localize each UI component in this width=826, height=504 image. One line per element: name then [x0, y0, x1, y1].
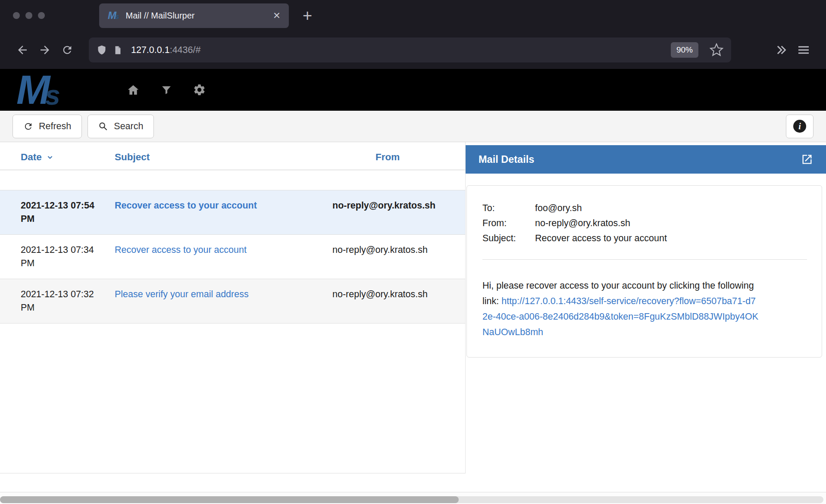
app-toolbar: Refresh Search i [0, 111, 826, 142]
search-label: Search [114, 121, 143, 132]
browser-navbar: 127.0.0.1:4436/# 90% [0, 31, 826, 69]
mail-details-header: Mail Details [466, 145, 826, 174]
mail-list-header: Date Subject From [0, 142, 465, 170]
mail-list-panel: Date Subject From 2021-12-13 07:54 PM Re… [0, 142, 466, 473]
hamburger-menu-icon[interactable] [792, 39, 815, 61]
mail-from: no-reply@ory.kratos.sh [332, 288, 465, 314]
refresh-icon [23, 121, 33, 131]
reload-icon[interactable] [56, 39, 78, 61]
refresh-button[interactable]: Refresh [13, 115, 82, 138]
table-row[interactable]: 2021-12-13 07:32 PM Please verify your e… [0, 279, 465, 324]
mailslurper-logo: M s [16, 73, 100, 106]
bookmark-star-icon[interactable] [710, 43, 723, 57]
forward-icon[interactable] [34, 39, 56, 61]
url-text: 127.0.0.1:4436/# [131, 45, 200, 56]
window-control-maximize[interactable] [38, 12, 45, 19]
mail-details-card: To: foo@ory.sh From: no-reply@ory.kratos… [466, 185, 822, 358]
settings-gear-icon[interactable] [193, 83, 206, 96]
url-bar[interactable]: 127.0.0.1:4436/# 90% [89, 37, 731, 62]
browser-window: Ms Mail // MailSlurper × + 127.0.0.1:443… [0, 0, 826, 504]
filter-icon[interactable] [160, 84, 172, 96]
subject-label: Subject: [482, 233, 535, 244]
to-label: To: [482, 203, 535, 214]
tab-title: Mail // MailSlurper [125, 11, 266, 21]
from-label: From: [482, 218, 535, 229]
to-value: foo@ory.sh [535, 203, 807, 214]
browser-tab[interactable]: Ms Mail // MailSlurper × [99, 3, 289, 28]
logo-letter-s: s [45, 85, 60, 106]
mail-date: 2021-12-13 07:54 PM [0, 199, 115, 226]
shield-icon[interactable] [97, 44, 107, 56]
mail-body-text: Hi, please recover access to your accoun… [482, 278, 760, 340]
bottom-scroll-area [0, 492, 826, 504]
sort-chevron-down-icon [46, 153, 54, 162]
window-control-minimize[interactable] [25, 12, 32, 19]
mailslurper-header: M s [0, 69, 826, 111]
mail-subject-link[interactable]: Recover access to your account [115, 245, 247, 255]
search-button[interactable]: Search [88, 115, 154, 138]
url-port-path: :4436/# [170, 45, 201, 55]
card-divider [482, 259, 807, 260]
site-info-page-icon[interactable] [113, 45, 122, 56]
table-row[interactable]: 2021-12-13 07:34 PM Recover access to yo… [0, 235, 465, 279]
mail-details-panel: Mail Details To: foo@ory.sh From: no-rep… [466, 142, 826, 492]
mail-rows: 2021-12-13 07:54 PM Recover access to yo… [0, 190, 465, 324]
column-header-subject[interactable]: Subject [115, 152, 332, 163]
new-tab-button[interactable]: + [303, 7, 312, 24]
mail-date: 2021-12-13 07:34 PM [0, 243, 115, 270]
mail-meta: To: foo@ory.sh From: no-reply@ory.kratos… [482, 203, 807, 244]
home-icon[interactable] [126, 83, 140, 97]
mail-details-title: Mail Details [479, 154, 534, 165]
column-header-date[interactable]: Date [0, 152, 115, 163]
subject-value: Recover access to your account [535, 233, 807, 244]
search-icon [98, 121, 108, 131]
refresh-label: Refresh [39, 121, 71, 132]
window-controls [13, 12, 45, 19]
recovery-link[interactable]: http://127.0.0.1:4433/self-service/recov… [482, 296, 758, 337]
external-link-icon[interactable] [801, 153, 813, 165]
column-header-date-label: Date [21, 152, 42, 163]
mail-date: 2021-12-13 07:32 PM [0, 288, 115, 314]
mail-subject-link[interactable]: Please verify your email address [115, 289, 249, 299]
zoom-level-badge[interactable]: 90% [671, 42, 698, 58]
mail-from: no-reply@ory.kratos.sh [332, 243, 465, 270]
table-row[interactable]: 2021-12-13 07:54 PM Recover access to yo… [0, 190, 465, 235]
horizontal-scrollbar-thumb[interactable] [0, 496, 459, 503]
window-control-close[interactable] [13, 12, 20, 19]
mail-subject-link[interactable]: Recover access to your account [115, 200, 257, 211]
mailslurper-favicon: Ms [108, 10, 119, 21]
url-host: 127.0.0.1 [131, 45, 170, 55]
horizontal-scrollbar-track[interactable] [0, 496, 823, 503]
tab-close-icon[interactable]: × [273, 9, 280, 22]
app-nav-icons [126, 83, 206, 97]
info-button[interactable]: i [786, 115, 813, 138]
overflow-chevrons-icon[interactable] [770, 39, 792, 61]
from-value: no-reply@ory.kratos.sh [535, 218, 807, 229]
back-icon[interactable] [11, 39, 34, 61]
info-icon: i [793, 120, 806, 133]
main-content: Date Subject From 2021-12-13 07:54 PM Re… [0, 142, 826, 492]
column-header-from[interactable]: From [332, 152, 465, 163]
browser-titlebar: Ms Mail // MailSlurper × + [0, 0, 826, 31]
mail-from: no-reply@ory.kratos.sh [332, 199, 465, 226]
